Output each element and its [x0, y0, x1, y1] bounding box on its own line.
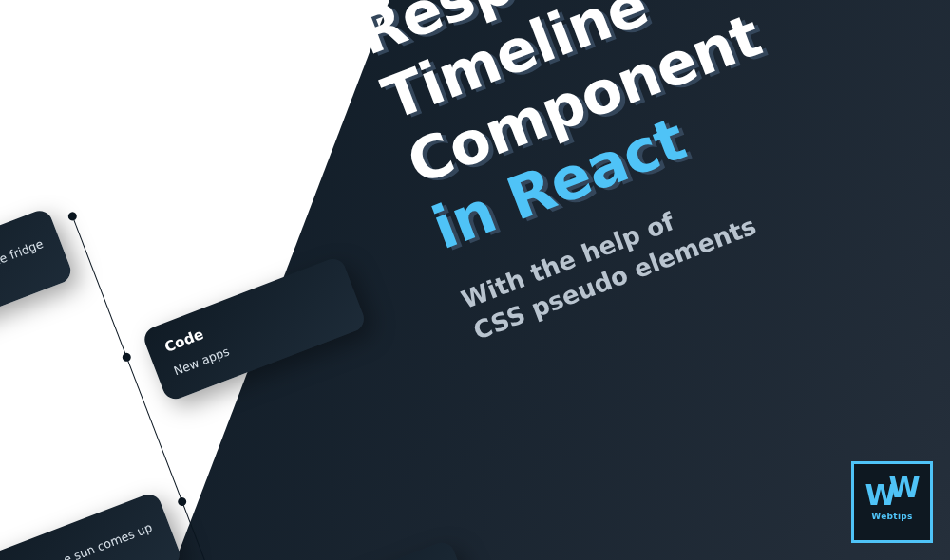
timeline-card: Repeat Until forever	[250, 539, 477, 560]
logo-text: Webtips	[871, 512, 912, 521]
timeline-container: n the fridge Code New apps e sun comes u…	[0, 129, 326, 306]
timeline-card: e sun comes up	[0, 491, 183, 560]
logo-mark: WW	[864, 483, 919, 508]
timeline-dot	[177, 496, 188, 508]
timeline-card: n the fridge	[0, 207, 74, 354]
timeline-card: Code New apps	[141, 255, 368, 402]
webtips-logo: WW Webtips	[851, 461, 933, 543]
timeline-card-subtitle: e sun comes up	[0, 520, 154, 560]
timeline-card-subtitle: n the fridge	[0, 236, 45, 314]
timeline-dot	[66, 211, 78, 222]
heading-block: Responsive Timeline Component in React W…	[350, 0, 950, 348]
timeline-dot	[121, 352, 132, 364]
